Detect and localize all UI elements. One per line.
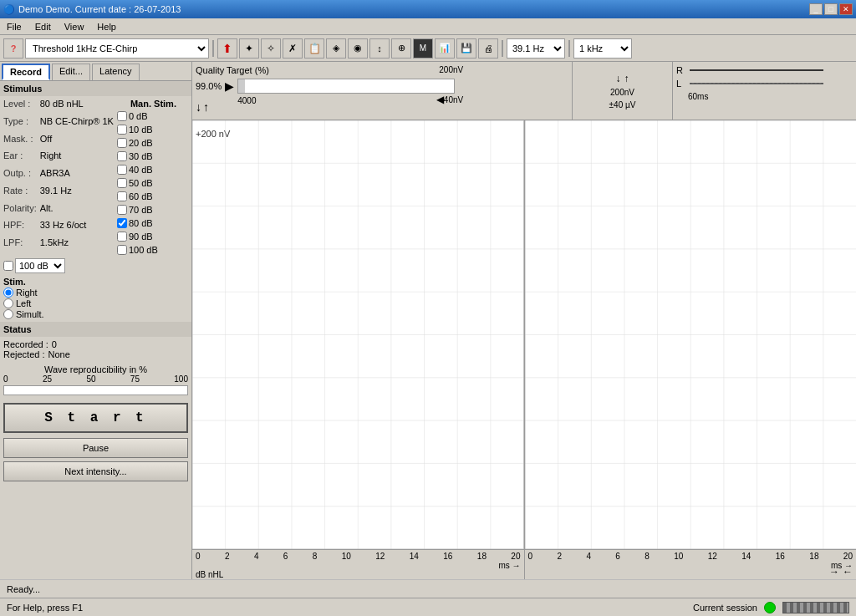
type-value: NB CE-Chirp® 1K [40,116,114,133]
wave-repro-label: Wave reproducibility in % [3,364,188,374]
help-label: For Help, press F1 [7,603,83,613]
scroll-left-icon[interactable]: ← [843,566,853,578]
noise-indicator [782,602,849,613]
toolbar-icon-10[interactable]: M [413,38,433,59]
amp-scale1: 200nV [610,88,634,97]
freq1-select[interactable]: 39.1 Hz [507,38,565,59]
man-stim-checkbox-5[interactable] [117,178,127,188]
quality-min-label: 40nV [444,95,463,104]
scroll-arrows: → ← [829,566,853,578]
toolbar-icon-9[interactable]: ⊕ [391,38,411,59]
freq2-select[interactable]: 1 kHz [573,38,632,59]
man-stim-checkbox-2[interactable] [117,138,127,148]
amp-up-icon[interactable]: ↓ [616,73,621,84]
man-stim-item-6: 60 dB [117,190,190,203]
x-ticks-left: 0 2 4 6 8 10 12 14 16 18 20 [196,550,521,561]
repro-tick-100: 100 [174,374,188,384]
toolbar-icon-11[interactable]: 📊 [435,38,455,59]
x-tick-r2: 2 [557,552,562,561]
start-button[interactable]: S t a r t [3,403,188,433]
status-header: Status [0,322,191,337]
toolbar-help-button[interactable]: ? [3,38,23,59]
toolbar-icon-8[interactable]: ↕ [369,38,390,59]
man-stim-checkbox-6[interactable] [117,191,127,201]
man-stim-label-7: 70 dB [129,205,153,215]
title-bar: 🔵 Demo Demo. Current date : 26-07-2013 _… [0,0,856,18]
current-intensity-checkbox[interactable] [3,261,13,271]
repro-tick-25: 25 [43,374,52,384]
toolbar-icon-6[interactable]: ◈ [326,38,346,59]
radio-left[interactable] [3,298,13,308]
quality-arrow-small: ◀ [436,94,444,105]
channel-r-line [690,69,823,71]
radio-simult[interactable] [3,309,13,319]
toolbar-separator-1 [212,40,214,57]
repro-bar [3,385,188,395]
man-stim-label-10: 100 dB [129,245,158,255]
man-stim-item-4: 40 dB [117,163,190,176]
stimulus-header: Stimulus [0,81,191,96]
menu-view[interactable]: View [61,22,88,32]
arrow-up-icon[interactable]: ↑ [203,100,209,114]
amp-up-row: ↓ ↑ [616,73,629,84]
x-tick-6: 6 [283,552,288,561]
recorded-value: 0 [52,339,57,349]
man-stim-item-9: 90 dB [117,230,190,243]
man-stim-checkbox-10[interactable] [117,245,127,255]
man-stim-checkbox-4[interactable] [117,165,127,175]
toolbar-icon-2[interactable]: ✦ [239,38,259,59]
recorded-label: Recorded : [3,339,48,349]
toolbar-icon-1[interactable]: ⬆ [217,38,237,59]
toolbar-icon-3[interactable]: ✧ [261,38,281,59]
toolbar-icon-13[interactable]: 🖨 [478,38,498,59]
man-stim-checkbox-7[interactable] [117,205,127,215]
close-button[interactable]: ✕ [839,3,853,15]
arrow-down-icon[interactable]: ↓ [196,100,201,114]
tab-bar: Record Edit... Latency [0,62,191,81]
x-tick-r10: 10 [674,552,683,561]
current-intensity-select[interactable]: 100 dB [15,258,65,273]
man-stim-item-3: 30 dB [117,150,190,163]
scroll-right-icon[interactable]: → [829,566,839,578]
amp-scale2: ±40 µV [609,100,636,109]
pause-button[interactable]: Pause [3,438,188,458]
toolbar-icon-12[interactable]: 💾 [456,38,476,59]
toolbar-icon-7[interactable]: ◉ [348,38,368,59]
channel-r-label: R [676,65,686,75]
man-stim-checkbox-1[interactable] [117,125,127,135]
outp-value: ABR3A [40,168,114,185]
man-stim-item-5: 50 dB [117,176,190,190]
toolbar-icon-4[interactable]: ✗ [283,38,303,59]
window-title: Demo Demo. Current date : 26-07-2013 [18,4,181,14]
toolbar-icon-5[interactable]: 📋 [304,38,324,59]
maximize-button[interactable]: □ [824,3,838,15]
ear-label: Ear : [3,150,37,167]
status-section: Recorded : 0 Rejected : None [0,337,191,362]
man-stim-label-2: 20 dB [129,138,153,148]
man-stim-checkbox-3[interactable] [117,151,127,161]
menu-bar: File Edit View Help [0,18,856,35]
graph-svg-right [525,120,857,549]
test-type-select[interactable]: Threshold 1kHz CE-Chirp [25,38,209,59]
man-stim-label-9: 90 dB [129,232,153,242]
next-intensity-button[interactable]: Next intensity... [3,461,188,481]
waveform-right [525,120,857,549]
quality-bar-fill [238,79,245,93]
toolbar-separator-3 [568,40,570,57]
menu-help[interactable]: Help [94,22,120,32]
man-stim-item-8: 80 dB [117,216,190,230]
tab-record[interactable]: Record [2,64,50,80]
status-bar-right: Current session [693,602,849,613]
man-stim-checkbox-0[interactable] [117,111,127,121]
amp-dn-icon[interactable]: ↑ [624,73,629,84]
man-stim-checkbox-8[interactable] [117,218,127,228]
man-stim-checkbox-9[interactable] [117,232,127,242]
x-tick-20: 20 [511,552,520,561]
minimize-button[interactable]: _ [809,3,823,15]
tab-edit[interactable]: Edit... [52,64,90,80]
menu-edit[interactable]: Edit [32,22,54,32]
menu-file[interactable]: File [3,22,25,32]
polarity-value: Alt. [40,203,114,220]
radio-right[interactable] [3,288,13,298]
tab-latency[interactable]: Latency [92,64,140,80]
